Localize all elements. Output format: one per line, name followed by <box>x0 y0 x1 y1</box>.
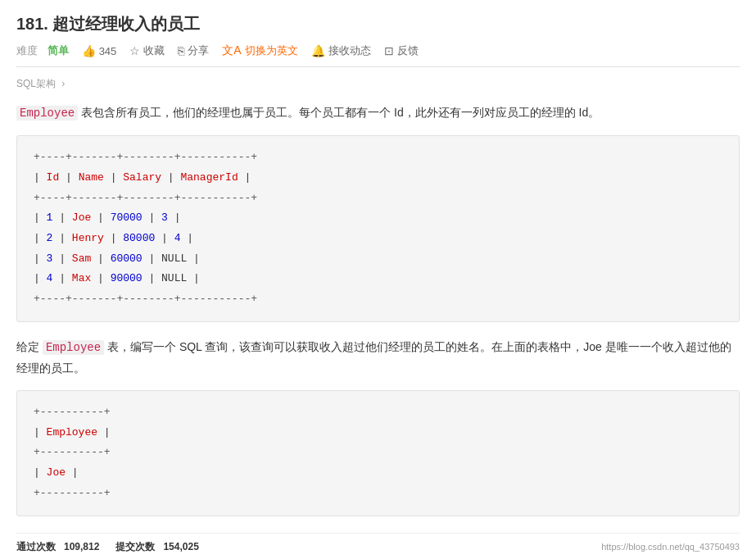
notify-button[interactable]: 🔔 接收动态 <box>311 43 371 58</box>
share-icon: ⎘ <box>178 44 184 57</box>
table1-row-4: | 4 | Max | 90000 | NULL | <box>34 269 722 289</box>
table1-header: | Id | Name | Salary | ManagerId | <box>34 168 722 189</box>
table2-container: +----------+ | Employee | +----------+ |… <box>16 390 740 516</box>
employee-code-inline: Employee <box>16 106 78 120</box>
table1-border-bottom: +----+-------+--------+-----------+ <box>34 289 722 310</box>
breadcrumb-arrow: › <box>61 78 65 89</box>
table2-border-header: +----------+ <box>34 443 722 463</box>
share-button[interactable]: ⎘ 分享 <box>178 43 209 58</box>
submit-count-stat: 提交次数 154,025 <box>115 540 198 554</box>
pass-stats: 通过次数 109,812 提交次数 154,025 <box>16 540 199 554</box>
table1-border-header: +----+-------+--------+-----------+ <box>34 189 722 209</box>
like-button[interactable]: 👍 345 <box>82 44 117 57</box>
like-icon: 👍 <box>82 44 96 57</box>
feedback-icon: ⊡ <box>384 44 394 57</box>
pass-count-value: 109,812 <box>64 541 99 552</box>
breadcrumb: SQL架构 › <box>16 77 740 91</box>
submit-count-value: 154,025 <box>163 541 198 552</box>
table1-row-3: | 3 | Sam | 60000 | NULL | <box>34 249 722 270</box>
difficulty-value: 简单 <box>48 43 69 58</box>
description-line1: Employee 表包含所有员工，他们的经理也属于员工。每个员工都有一个 Id，… <box>16 102 740 124</box>
table2-border-top: +----------+ <box>34 402 722 423</box>
switch-lang-button[interactable]: 文A 切换为英文 <box>222 43 297 58</box>
table1: +----+-------+--------+-----------+ | Id… <box>34 148 722 310</box>
like-count: 345 <box>99 45 117 57</box>
feedback-label: 反馈 <box>397 43 419 58</box>
collect-label: 收藏 <box>143 43 165 58</box>
page-container: 181. 超过经理收入的员工 难度 简单 👍 345 ☆ 收藏 ⎘ 分享 文A … <box>0 0 756 559</box>
collect-button[interactable]: ☆ 收藏 <box>129 43 165 58</box>
toolbar: 难度 简单 👍 345 ☆ 收藏 ⎘ 分享 文A 切换为英文 🔔 接收动态 ⊡ … <box>16 43 740 67</box>
table1-container: +----+-------+--------+-----------+ | Id… <box>16 135 740 322</box>
table1-row-2: | 2 | Henry | 80000 | 4 | <box>34 229 722 249</box>
employee-code-inline-2: Employee <box>43 340 104 355</box>
table2-header: | Employee | <box>34 423 722 443</box>
notify-label: 接收动态 <box>328 43 371 58</box>
collect-icon: ☆ <box>129 44 140 57</box>
translate-icon: 文A <box>222 43 241 58</box>
difficulty-label: 难度 简单 <box>16 43 69 58</box>
feedback-button[interactable]: ⊡ 反馈 <box>384 43 419 58</box>
table1-row-1: | 1 | Joe | 70000 | 3 | <box>34 208 722 229</box>
table2-border-bottom: +----------+ <box>34 484 722 504</box>
table2-row-1: | Joe | <box>34 463 722 484</box>
table2: +----------+ | Employee | +----------+ |… <box>34 402 722 503</box>
blog-url: https://blog.csdn.net/qq_43750493 <box>601 542 740 552</box>
description-line2: 给定 Employee 表，编写一个 SQL 查询，该查询可以获取收入超过他们经… <box>16 337 740 379</box>
pass-count-stat: 通过次数 109,812 <box>16 540 99 554</box>
submit-count-label: 提交次数 <box>115 541 155 552</box>
breadcrumb-link[interactable]: SQL架构 <box>16 78 56 89</box>
page-title: 181. 超过经理收入的员工 <box>16 13 740 35</box>
notify-icon: 🔔 <box>311 44 325 57</box>
pass-count-label: 通过次数 <box>16 541 56 552</box>
table1-border-top: +----+-------+--------+-----------+ <box>34 148 722 168</box>
share-label: 分享 <box>188 43 209 58</box>
footer: 通过次数 109,812 提交次数 154,025 https://blog.c… <box>16 533 740 554</box>
translate-label: 切换为英文 <box>245 43 298 58</box>
